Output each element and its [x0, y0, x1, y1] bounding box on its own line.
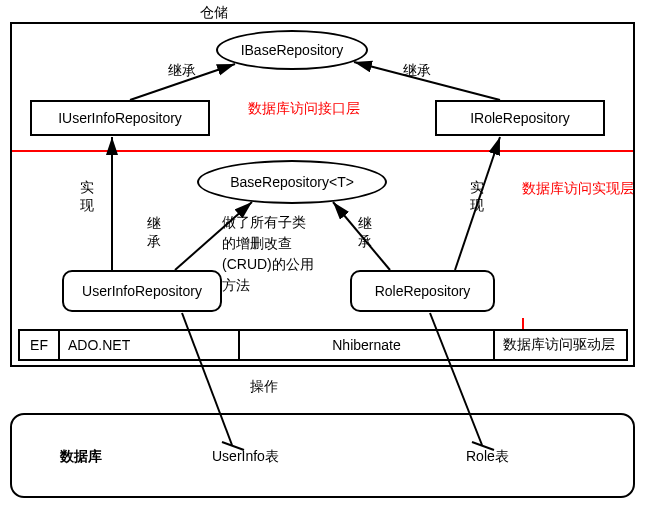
impl-layer-label: 数据库访问实现层 — [522, 180, 634, 197]
node-irole-repository: IRoleRepository — [435, 100, 605, 136]
driver-adonet-cell: ADO.NET — [60, 331, 240, 359]
node-user-label: UserInfoRepository — [82, 283, 202, 299]
node-irole-label: IRoleRepository — [470, 110, 570, 126]
node-ibase-label: IBaseRepository — [241, 42, 344, 58]
title-label: 仓储 — [200, 4, 228, 21]
node-ibase-repository: IBaseRepository — [216, 30, 368, 70]
layer-divider — [12, 150, 633, 152]
role-table-label: Role表 — [466, 448, 509, 465]
op-label: 操作 — [250, 378, 278, 395]
node-iuser-repository: IUserInfoRepository — [30, 100, 210, 136]
edge-impl-right-label: 实 现 — [470, 178, 484, 214]
edge-inherit-left-label: 继承 — [168, 62, 196, 79]
userinfo-table-label: UserInfo表 — [212, 448, 279, 465]
node-role-repository: RoleRepository — [350, 270, 495, 312]
diagram-canvas: 仓储 IBaseRepository IUserInfoRepository I… — [0, 0, 649, 508]
node-iuser-label: IUserInfoRepository — [58, 110, 182, 126]
driver-nhibernate-cell: Nhibernate — [240, 331, 495, 359]
node-base-repository: BaseRepository<T> — [197, 160, 387, 204]
edge-inherit-right-label: 继承 — [403, 62, 431, 79]
database-label: 数据库 — [60, 448, 102, 465]
edge-impl-left-label: 实 现 — [80, 178, 94, 214]
edge-inherit-left-lower-label: 继 承 — [147, 214, 161, 250]
edge-inherit-right-lower-label: 继 承 — [358, 214, 372, 250]
node-user-repository: UserInfoRepository — [62, 270, 222, 312]
driver-layer-row: EF ADO.NET Nhibernate 数据库访问驱动层 — [18, 329, 628, 361]
driver-layer-label: 数据库访问驱动层 — [495, 331, 626, 359]
interface-layer-label: 数据库访问接口层 — [248, 100, 360, 117]
node-role-label: RoleRepository — [375, 283, 471, 299]
node-base-label: BaseRepository<T> — [230, 174, 354, 190]
driver-ef-cell: EF — [20, 331, 60, 359]
database-box — [10, 413, 635, 498]
base-note: 做了所有子类 的增删改查 (CRUD)的公用 方法 — [222, 212, 314, 296]
